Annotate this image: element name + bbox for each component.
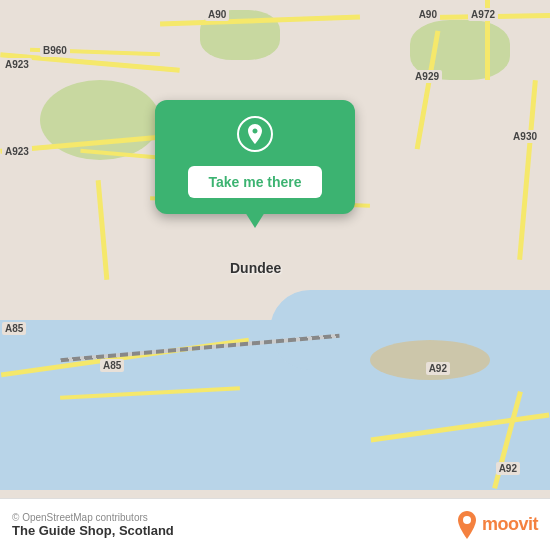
road-label-a929: A929 (412, 70, 442, 83)
location-pin-icon (237, 116, 273, 152)
road-label-a92-1: A92 (426, 362, 450, 375)
road-label-a923-2: A923 (2, 145, 32, 158)
road-label-a92-2: A92 (496, 462, 520, 475)
bottom-left: © OpenStreetMap contributors The Guide S… (12, 512, 174, 538)
city-name-label: Dundee (230, 260, 281, 276)
road-label-b960: B960 (40, 44, 70, 57)
road-label-a972: A972 (468, 8, 498, 21)
road-label-a930: A930 (510, 130, 540, 143)
road-label-a85-1: A85 (2, 322, 26, 335)
moovit-pin-icon (456, 511, 478, 539)
svg-point-1 (463, 516, 471, 524)
take-me-there-button[interactable]: Take me there (188, 166, 321, 198)
moovit-logo[interactable]: moovit (456, 511, 538, 539)
shop-name-label: The Guide Shop, Scotland (12, 523, 174, 538)
attribution-text: © OpenStreetMap contributors (12, 512, 174, 523)
road-label-a90-2: A90 (416, 8, 440, 21)
bottom-bar: © OpenStreetMap contributors The Guide S… (0, 498, 550, 550)
popup-card: Take me there (155, 100, 355, 214)
map-container: A90 A90 A972 A929 A930 A923 A923 B960 A8… (0, 0, 550, 550)
road-label-a90: A90 (205, 8, 229, 21)
moovit-brand-text: moovit (482, 514, 538, 535)
road-label-a923-1: A923 (2, 58, 32, 71)
road-label-a85-2: A85 (100, 359, 124, 372)
